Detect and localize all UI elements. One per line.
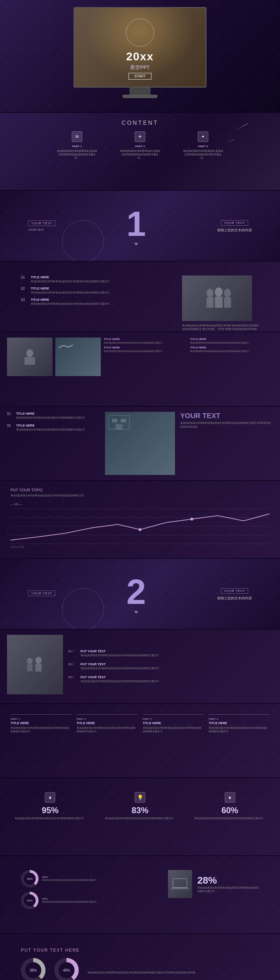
item-text-2: PUT YOUR TEXT 单击此处添加文本内容单击此处添加文本内容单击此处添加… xyxy=(81,662,161,670)
title-h-3: TITLE HERE xyxy=(31,298,112,301)
cap1: TITLE HERE 单击此处添加文本内容单击此处添加文本内容添加相关主题文字。 xyxy=(104,337,187,344)
title-num-3: 03 xyxy=(21,298,28,302)
item-02: 02 TITLE HERE 单击此处添加文本内容单击此处添加文本内容添加相关主题… xyxy=(7,424,100,431)
your-text-sub: YOUR TEXT xyxy=(28,228,55,231)
slide-9-items: 01 / PUT YOUR TEXT 单击此处添加文本内容单击此处添加文本内容单… xyxy=(0,630,280,703)
title-item-2: 02 TITLE HERE 单击此处添加文本内容单击此处添加文本内容单击此处添加… xyxy=(21,287,175,294)
slide-11-stats: ♦ 95% 单击此处添加文本内容单击此处添加文本内容添加相关主题文字。 💡 83… xyxy=(0,778,280,855)
stat-text-3: 单击此处添加文本内容单击此处添加文本内容添加相关主题文字。 xyxy=(190,817,269,820)
donut-sm-1-inner: 38% xyxy=(24,873,36,885)
section2-right: YOUR TEXT 请插入您的文本的内容 xyxy=(217,587,252,601)
cap2-text: 单击此处添加文本内容单击此处添加文本内容添加相关主题文字。 xyxy=(190,341,273,344)
title-content-2: TITLE HERE 单击此处添加文本内容单击此处添加文本内容单击此处添加相关主… xyxy=(31,287,112,294)
arrow-deco-2 xyxy=(134,611,138,614)
svg-rect-3 xyxy=(215,296,223,308)
slide-1-cover: 20xx 星空PPT START xyxy=(0,0,280,112)
photo-office xyxy=(105,412,175,475)
col-1: PART 1 TITLE HERE 单击此处添加文本内容单击此处添加文本内容单击… xyxy=(11,714,71,733)
cap3: TITLE HERE 单击此处添加文本内容单击此处添加文本内容添加相关主题文字。 xyxy=(104,346,187,353)
col-3: PART 3 TITLE HERE 单击此处添加文本内容单击此处添加文本内容单击… xyxy=(143,714,204,733)
col1-text: 单击此处添加文本内容单击此处添加文本内容单击此处添加相关主题文字。 xyxy=(11,726,71,733)
your-text-desc: 单击此处添加文本内容单击此处添加文本内容单击此处添加相关主题文字内容单击此处添加… xyxy=(180,421,273,429)
chart-source: Source/ 信息 xyxy=(11,546,269,549)
monitor-screen: 20xx 星空PPT START xyxy=(73,7,207,88)
slide-5-collage: TITLE HERE 单击此处添加文本内容单击此处添加文本内容添加相关主题文字。… xyxy=(0,332,280,406)
photo-1 xyxy=(7,337,52,376)
chart-marks: — 101 — xyxy=(11,503,269,506)
svg-rect-18 xyxy=(173,879,187,888)
monitor-wrapper: 20xx 星空PPT START xyxy=(66,7,214,105)
your-text-badge-2: YOUR TEXT xyxy=(221,588,248,594)
titles-list: 01 TITLE HERE 单击此处添加文本内容单击此处添加文本内容单击此处添加… xyxy=(21,275,175,318)
title-item-3: 03 TITLE HERE 单击此处添加文本内容单击此处添加文本内容单击此处添加… xyxy=(21,298,175,305)
list-item-1: 01 / PUT YOUR TEXT 单击此处添加文本内容单击此处添加文本内容单… xyxy=(68,649,273,657)
your-text-badge: YOUR TEXT xyxy=(221,220,248,226)
title-item-1: 01 TITLE HERE 单击此处添加文本内容单击此处添加文本内容单击此处添加… xyxy=(21,275,175,283)
title-p-2: 单击此处添加文本内容单击此处添加文本内容单击此处添加相关主题文字。 xyxy=(31,291,112,294)
item-p-1: 单击此处添加文本内容单击此处添加文本内容单击此处添加相关主题文字。 xyxy=(81,654,161,657)
stats-row: ♦ 95% 单击此处添加文本内容单击此处添加文本内容添加相关主题文字。 💡 83… xyxy=(11,792,269,820)
part1-icon: ✉ xyxy=(72,131,82,142)
cap4-title: TITLE HERE xyxy=(190,346,273,349)
start-button[interactable]: START xyxy=(128,73,152,80)
stat-text-1: 单击此处添加文本内容单击此处添加文本内容添加相关主题文字。 xyxy=(11,817,90,820)
office-icon xyxy=(105,412,133,433)
list-item-3: 03 / PUT YOUR TEXT 单击此处添加文本内容单击此处添加文本内容单… xyxy=(68,675,273,683)
slide-10-fourcol: PART 1 TITLE HERE 单击此处添加文本内容单击此处添加文本内容单击… xyxy=(0,704,280,777)
svg-rect-5 xyxy=(224,297,231,308)
screen-circle-deco xyxy=(126,19,154,47)
stat-left-1-text: 38% 单击添加文本内容单击此处添加文本内容添加相关主题文字。 xyxy=(42,875,99,881)
stat-icon-3: ♦ xyxy=(225,792,235,803)
section1-desc: 请插入您的文本的内容 xyxy=(217,228,252,233)
stat-1: ♦ 95% 单击此处添加文本内容单击此处添加文本内容添加相关主题文字。 xyxy=(11,792,90,820)
captions-grid: TITLE HERE 单击此处添加文本内容单击此处添加文本内容添加相关主题文字。… xyxy=(104,337,273,401)
arrow-deco xyxy=(134,243,138,246)
content-heading: CONTENT xyxy=(11,120,269,126)
col1-part: PART 1 xyxy=(11,718,71,721)
titles-photo: 单击此处添加文本内容单击此处添加文本内容 单击此处添加文本内容单击此处添加相关主… xyxy=(182,275,259,318)
item02-title: TITLE HERE xyxy=(16,424,87,427)
item-num-3: 03 / xyxy=(68,675,77,679)
title-num-1: 01 xyxy=(21,275,28,279)
your-text-label: YOUR TEXT xyxy=(28,221,55,226)
right-pct-text: 单击此处添加文本内容单击此处添加文本内容单击此处添加相关主题文字。 xyxy=(198,886,259,893)
grid-line-1 xyxy=(11,509,269,509)
donut1-inner: 38% xyxy=(25,962,41,978)
your-text-label-2: YOUR TEXT xyxy=(28,590,55,596)
col1-title: TITLE HERE xyxy=(11,721,71,725)
part1-label: PART 1 xyxy=(56,145,98,148)
slide6-right: YOUR TEXT 单击此处添加文本内容单击此处添加文本内容单击此处添加相关主题… xyxy=(180,412,273,475)
screen-subtitle: 星空PPT xyxy=(126,65,154,71)
item02-content: TITLE HERE 单击此处添加文本内容单击此处添加文本内容添加相关主题文字。 xyxy=(16,424,87,431)
donut-chart-2: 40% xyxy=(54,958,79,980)
stat-2: 💡 83% 单击此处添加文本内容单击此处添加文本内容添加相关主题文字。 xyxy=(100,792,180,820)
item-text-3: PUT YOUR TEXT 单击此处添加文本内容单击此处添加文本内容单击此处添加… xyxy=(81,675,161,683)
item01-content: TITLE HERE 单击此处添加文本内容单击此处添加文本内容添加相关主题文字。 xyxy=(16,412,87,420)
svg-rect-10 xyxy=(121,419,126,422)
chart-topic: PUT YOUR TOPIC xyxy=(11,488,269,492)
monitor-base xyxy=(122,95,158,98)
col3-part: PART 3 xyxy=(143,718,204,721)
photo-meeting xyxy=(7,635,63,694)
svg-rect-7 xyxy=(24,357,35,365)
photo-2 xyxy=(55,337,101,376)
your-text-big: YOUR TEXT xyxy=(180,412,273,420)
sl1-desc: 单击添加文本内容单击此处添加文本内容添加相关主题文字。 xyxy=(42,879,99,881)
stat-icon-2: 💡 xyxy=(135,792,145,803)
right-stat-text: 28% 单击此处添加文本内容单击此处添加文本内容单击此处添加相关主题文字。 xyxy=(198,875,259,893)
cap3-text: 单击此处添加文本内容单击此处添加文本内容添加相关主题文字。 xyxy=(104,350,187,353)
slide-6-twocol: 01 TITLE HERE 单击此处添加文本内容单击此处添加文本内容添加相关主题… xyxy=(0,407,280,480)
part3-icon: ✦ xyxy=(198,131,208,142)
slide-13-donuts: PUT YOUR TEXT HERE 38% 部分一 40% 部分二 单击此处添… xyxy=(0,934,280,980)
donut-sm-2: 40% xyxy=(21,892,38,909)
stat-pct-2: 83% xyxy=(100,805,180,815)
svg-point-16 xyxy=(35,657,42,664)
title-p-1: 单击此处添加文本内容单击此处添加文本内容单击此处添加相关主题文字。 xyxy=(31,280,112,283)
section1-left: YOUR TEXT YOUR TEXT xyxy=(28,220,55,232)
cap1-title: TITLE HERE xyxy=(104,337,187,341)
stat-left-2: 40% 40% 单击添加文本内容单击此处添加文本内容添加相关主题文字。 xyxy=(21,892,161,909)
grid-line-5 xyxy=(11,544,269,544)
cap3-title: TITLE HERE xyxy=(104,346,187,349)
col-2: PART 2 TITLE HERE 单击此处添加文本内容单击此处添加文本内容单击… xyxy=(77,714,138,733)
item02-num: 02 xyxy=(7,424,13,431)
